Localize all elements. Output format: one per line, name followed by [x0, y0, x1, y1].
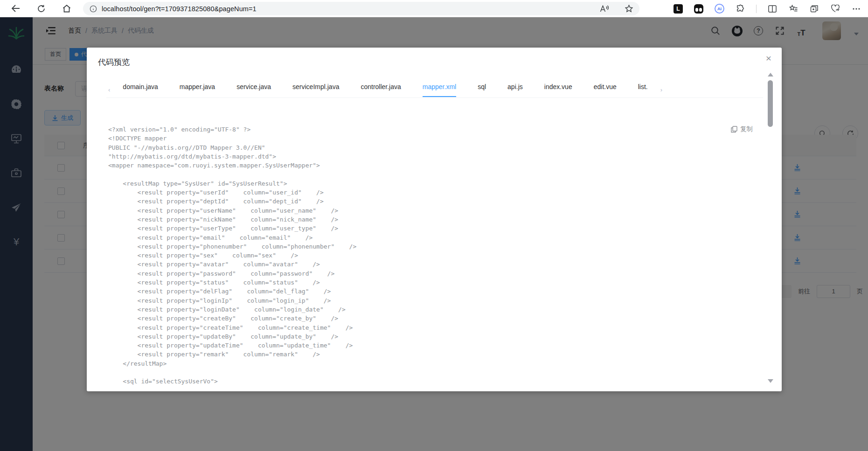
browser-refresh-icon[interactable] [35, 2, 47, 14]
tab-domain-java[interactable]: domain.java [112, 83, 169, 97]
tab-controller-java[interactable]: controller.java [350, 83, 411, 97]
tab-mapper-java[interactable]: mapper.java [169, 83, 226, 97]
tab-sql[interactable]: sql [467, 83, 497, 97]
split-screen-icon[interactable] [767, 4, 778, 14]
url-text[interactable]: localhost/tool/gen?t=1709371825080&pageN… [102, 5, 257, 13]
tab-serviceimpl-java[interactable]: serviceImpl.java [282, 83, 350, 97]
site-info-icon[interactable] [90, 5, 97, 13]
immersive-translate-icon[interactable] [694, 4, 704, 14]
code-preview-dialog: 代码预览 × ‹ domain.java mapper.java service… [87, 48, 782, 391]
tab-index-vue[interactable]: index.vue [534, 83, 583, 97]
scrollbar-thumb[interactable] [768, 80, 773, 127]
extensions-puzzle-icon[interactable] [735, 4, 745, 14]
tabs-next-icon[interactable]: › [659, 86, 664, 93]
code-scrollbar[interactable] [767, 69, 774, 385]
tabs-prev-icon[interactable]: ‹ [106, 86, 112, 93]
ai-extension-icon[interactable]: Ai [715, 4, 724, 14]
scroll-up-icon[interactable] [768, 73, 773, 76]
extension-l-icon[interactable]: L [674, 4, 683, 14]
favorite-star-icon[interactable] [623, 3, 635, 15]
dialog-close-icon[interactable]: × [766, 53, 771, 63]
copy-button[interactable]: 复制 [731, 125, 753, 133]
browser-home-icon[interactable] [61, 2, 73, 14]
tab-list-vue[interactable]: list. [627, 83, 659, 97]
browser-menu-icon[interactable] [851, 4, 861, 14]
tab-service-java[interactable]: service.java [226, 83, 282, 97]
app-page: ¥ 首页 / 系统工具 / 代码生成 ? [0, 17, 868, 451]
tab-mapper-xml[interactable]: mapper.xml [412, 83, 467, 97]
code-tabs: ‹ domain.java mapper.java service.java s… [106, 82, 763, 98]
copy-icon [731, 126, 737, 133]
tab-edit-vue[interactable]: edit.vue [583, 83, 627, 97]
copy-button-label: 复制 [740, 125, 753, 133]
read-aloud-icon[interactable] [598, 3, 611, 15]
tab-api-js[interactable]: api.js [497, 83, 534, 97]
dialog-title: 代码预览 [98, 57, 130, 68]
scroll-down-icon[interactable] [768, 379, 773, 383]
code-content: <?xml version="1.0" encoding="UTF-8" ?> … [87, 98, 782, 391]
favorites-list-icon[interactable] [788, 4, 799, 14]
browser-toolbar: localhost/tool/gen?t=1709371825080&pageN… [0, 0, 868, 17]
browser-essentials-icon[interactable] [830, 4, 840, 14]
collections-icon[interactable] [809, 4, 819, 14]
browser-back-icon[interactable] [9, 2, 21, 14]
address-bar[interactable]: localhost/tool/gen?t=1709371825080&pageN… [83, 2, 639, 15]
toolbar-divider [756, 5, 757, 13]
